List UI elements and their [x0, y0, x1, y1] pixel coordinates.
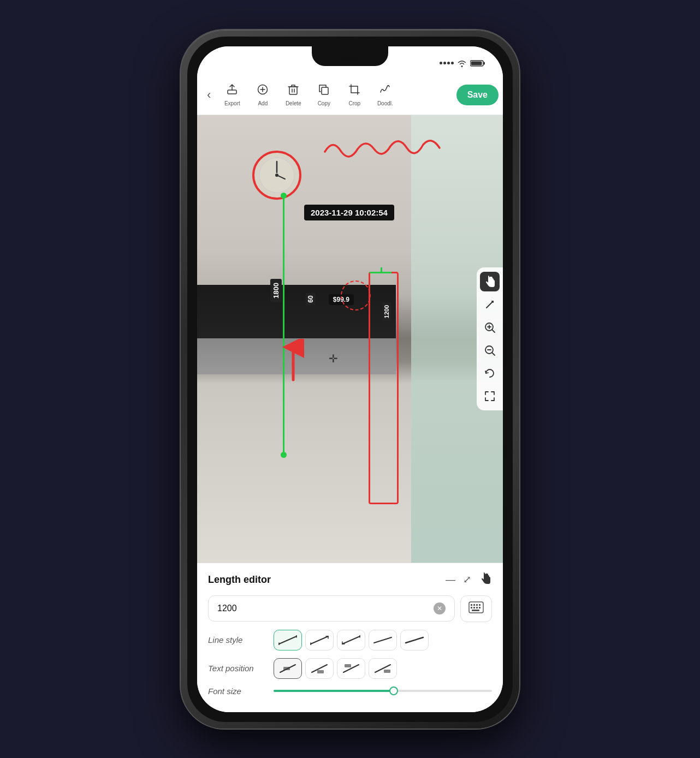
font-size-thumb[interactable]: [389, 687, 398, 695]
svg-rect-30: [476, 607, 478, 608]
svg-rect-31: [479, 607, 480, 608]
wifi-icon: [457, 59, 467, 67]
text-pos-1[interactable]: [274, 658, 302, 679]
svg-rect-1: [484, 62, 485, 64]
svg-rect-43: [283, 667, 290, 670]
svg-rect-47: [345, 664, 351, 667]
bottom-panel: Length editor — ⤢: [197, 563, 503, 712]
hand-toggle-button[interactable]: [479, 572, 492, 588]
font-size-slider[interactable]: [274, 690, 492, 692]
svg-rect-32: [472, 610, 479, 611]
panel-header-controls: — ⤢: [446, 572, 492, 588]
text-position-label: Text position: [208, 664, 268, 673]
back-button[interactable]: ‹: [201, 83, 216, 106]
svg-line-19: [492, 330, 495, 332]
measurement-label-60: 60: [306, 293, 316, 305]
svg-line-38: [342, 636, 360, 644]
svg-rect-49: [384, 670, 390, 673]
red-arrow-annotation: [280, 339, 307, 385]
zoom-out-button[interactable]: [480, 341, 500, 360]
crop-icon: [348, 83, 360, 99]
keyboard-button[interactable]: [460, 595, 492, 622]
value-input-row: 1200 ✕: [208, 595, 492, 622]
panel-title: Length editor: [208, 574, 271, 586]
copy-button[interactable]: Copy: [309, 80, 339, 110]
doodle-label: Doodl.: [377, 100, 393, 106]
export-label: Export: [224, 100, 240, 106]
image-area[interactable]: 2023-11-29 10:02:54 1800 60 $99.9: [197, 115, 503, 563]
measurement-line-vertical: [283, 195, 284, 455]
line-endpoint-top: [281, 193, 287, 199]
svg-line-36: [311, 636, 328, 644]
phone-outer-shell: 10:05: [181, 30, 519, 729]
clock-circle-annotation: [252, 151, 301, 200]
doodle-squiggle: [319, 133, 450, 168]
measurement-label-1800: 1800: [270, 279, 282, 302]
svg-line-40: [374, 637, 391, 643]
delete-icon: [287, 83, 299, 99]
svg-rect-6: [322, 87, 328, 94]
line-style-2[interactable]: [305, 630, 334, 650]
svg-rect-3: [228, 90, 236, 94]
svg-rect-24: [471, 604, 472, 606]
dashed-circle-annotation: [341, 280, 371, 311]
copy-label: Copy: [318, 100, 330, 106]
doodle-icon: [379, 83, 391, 99]
crop-button[interactable]: Crop: [340, 80, 369, 110]
export-button[interactable]: Export: [217, 80, 247, 110]
text-position-row: Text position: [208, 658, 492, 679]
text-pos-3[interactable]: [337, 658, 365, 679]
phone-inner-bezel: 10:05: [187, 37, 513, 722]
input-value: 1200: [217, 604, 237, 613]
delete-button[interactable]: Delete: [278, 80, 308, 110]
font-size-label: Font size: [208, 687, 268, 696]
rotate-button[interactable]: [480, 363, 500, 383]
status-icons: [440, 59, 485, 67]
add-icon: [257, 83, 269, 99]
font-size-row: Font size: [208, 687, 492, 696]
diagonal-line-button[interactable]: [480, 295, 500, 314]
status-bar: 10:05: [197, 46, 503, 76]
phone-device: 10:05: [181, 30, 519, 729]
signal-dots: [440, 62, 454, 64]
svg-line-41: [406, 637, 423, 643]
delete-label: Delete: [286, 100, 301, 106]
hand-tool-button[interactable]: [480, 272, 500, 291]
save-button[interactable]: Save: [456, 85, 499, 105]
line-style-5[interactable]: [400, 630, 429, 650]
minimize-button[interactable]: —: [446, 574, 455, 586]
line-style-3[interactable]: [337, 630, 365, 650]
svg-rect-25: [473, 604, 475, 606]
svg-rect-45: [317, 670, 324, 673]
measurement-t-line: [370, 272, 391, 273]
expand-button[interactable]: ⤢: [463, 574, 471, 586]
line-style-1[interactable]: [274, 630, 302, 650]
svg-rect-2: [471, 61, 482, 65]
battery-icon: [470, 59, 485, 67]
right-floating-toolbar: [477, 267, 503, 410]
copy-icon: [318, 83, 330, 99]
svg-rect-26: [476, 604, 478, 606]
svg-line-33: [279, 636, 296, 644]
clear-input-button[interactable]: ✕: [434, 602, 446, 614]
export-icon: [226, 83, 238, 99]
svg-rect-28: [471, 607, 472, 608]
text-pos-2[interactable]: [305, 658, 334, 679]
measurement-label-1200: 1200: [383, 302, 391, 321]
line-style-label: Line style: [208, 635, 268, 644]
line-style-options: [274, 630, 429, 650]
timestamp-label: 2023-11-29 10:02:54: [304, 205, 394, 220]
value-input-field[interactable]: 1200 ✕: [208, 595, 455, 622]
doodle-button[interactable]: Doodl.: [370, 80, 400, 110]
zoom-in-button[interactable]: [480, 318, 500, 337]
text-pos-4[interactable]: [369, 658, 397, 679]
line-style-4[interactable]: [369, 630, 397, 650]
move-icon[interactable]: ✛: [329, 352, 338, 365]
line-style-row: Line style: [208, 630, 492, 650]
svg-rect-5: [289, 87, 297, 94]
fullscreen-button[interactable]: [480, 386, 500, 406]
line-endpoint-bottom: [281, 452, 287, 458]
add-button[interactable]: Add: [248, 80, 277, 110]
add-label: Add: [258, 100, 268, 106]
svg-rect-29: [473, 607, 475, 608]
